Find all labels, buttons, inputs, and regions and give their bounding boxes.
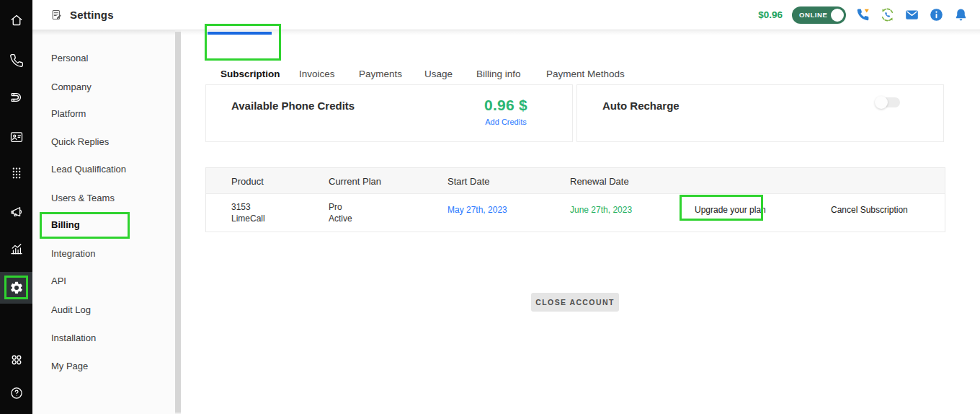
cell-current-plan: Pro Active (329, 201, 352, 224)
auto-recharge-title: Auto Recharge (602, 100, 680, 112)
column-header-renewal-date: Renewal Date (570, 176, 629, 187)
balance-amount: $0.96 (758, 9, 783, 20)
table-row: 3153 LimeCall Pro Active May 27th, 2023 … (206, 194, 945, 232)
column-header-start-date: Start Date (447, 176, 490, 187)
dialpad-icon[interactable] (0, 163, 32, 183)
sidebar-scrollbar-thumb[interactable] (175, 32, 181, 413)
auto-recharge-toggle[interactable] (876, 97, 900, 107)
online-toggle-label: ONLINE (799, 11, 828, 19)
column-header-product: Product (231, 176, 264, 187)
settings-menu-sidebar: Personal Company Platform Quick Replies … (32, 30, 180, 414)
sidebar-item-users-teams[interactable]: Users & Teams (51, 193, 115, 203)
upgrade-plan-link[interactable]: Upgrade your plan (695, 205, 766, 215)
column-header-current-plan: Current Plan (329, 176, 381, 187)
add-credits-link[interactable]: Add Credits (484, 118, 527, 126)
cell-renewal-date: June 27th, 2023 (570, 204, 632, 216)
close-account-button[interactable]: CLOSE ACCOUNT (531, 293, 619, 312)
contact-card-icon[interactable] (0, 127, 32, 147)
plan-name: Pro (329, 201, 352, 213)
subscription-table: Product Current Plan Start Date Renewal … (205, 167, 945, 232)
online-toggle[interactable]: ONLINE (792, 6, 846, 24)
tab-payment-methods[interactable]: Payment Methods (546, 69, 625, 79)
auto-recharge-card: Auto Recharge (576, 84, 944, 142)
call-notification-icon[interactable] (855, 7, 870, 22)
main-content: Subscription Invoices Payments Usage Bil… (180, 30, 980, 414)
sidebar-item-api[interactable]: API (51, 276, 66, 286)
megaphone-icon[interactable] (0, 202, 32, 222)
sidebar-item-installation[interactable]: Installation (51, 332, 96, 343)
cell-product: 3153 LimeCall (231, 201, 265, 224)
help-icon[interactable] (0, 383, 32, 403)
product-id: 3153 (231, 201, 265, 213)
sidebar-scrollbar (175, 30, 181, 414)
sidebar-item-lead-qualification[interactable]: Lead Qualification (51, 164, 126, 175)
product-name: LimeCall (231, 213, 265, 224)
phone-credits-card: Available Phone Credits 0.96 $ Add Credi… (205, 84, 573, 142)
nav-rail (0, 0, 32, 414)
cancel-subscription-link[interactable]: Cancel Subscription (831, 205, 908, 215)
tab-invoices[interactable]: Invoices (299, 69, 335, 79)
sidebar-item-platform[interactable]: Platform (51, 108, 86, 119)
subscription-table-header: Product Current Plan Start Date Renewal … (206, 168, 945, 194)
page-title: Settings (70, 9, 114, 21)
cell-start-date: May 27th, 2023 (447, 204, 507, 216)
mail-icon[interactable] (904, 7, 919, 22)
gear-icon[interactable] (0, 278, 32, 298)
callback-icon[interactable] (880, 7, 895, 22)
sidebar-item-personal[interactable]: Personal (51, 53, 88, 63)
plan-status: Active (329, 213, 352, 224)
magnet-icon[interactable] (0, 87, 32, 107)
online-toggle-knob (831, 9, 844, 22)
sidebar-item-audit-log[interactable]: Audit Log (51, 304, 91, 315)
chart-icon[interactable] (0, 239, 32, 259)
sidebar-item-quick-replies[interactable]: Quick Replies (51, 136, 109, 147)
top-header: Settings $0.96 ONLINE (32, 0, 980, 30)
bell-icon[interactable] (953, 7, 968, 22)
settings-doc-icon (49, 7, 64, 22)
phone-icon[interactable] (0, 50, 32, 71)
tab-payments[interactable]: Payments (359, 69, 402, 79)
sidebar-item-my-page[interactable]: My Page (51, 361, 88, 371)
credits-amount: 0.96 $ (484, 97, 527, 114)
tab-billing-info[interactable]: Billing info (476, 69, 521, 79)
sidebar-item-billing[interactable]: Billing (51, 219, 80, 230)
active-tab-indicator (208, 32, 272, 35)
sidebar-item-company[interactable]: Company (51, 82, 92, 92)
info-icon[interactable] (929, 7, 944, 22)
apps-grid-icon[interactable] (0, 350, 32, 370)
sidebar-item-integration[interactable]: Integration (51, 248, 95, 259)
tab-subscription[interactable]: Subscription (220, 69, 280, 79)
credits-card-title: Available Phone Credits (231, 100, 355, 112)
auto-recharge-toggle-knob (875, 96, 888, 109)
home-icon[interactable] (0, 10, 32, 30)
tab-usage[interactable]: Usage (424, 69, 453, 79)
